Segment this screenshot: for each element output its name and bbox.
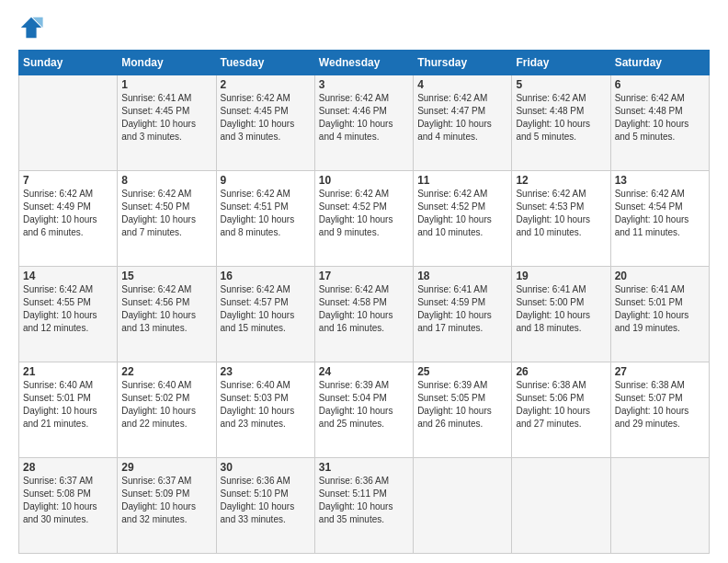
day-info: Sunrise: 6:42 AMSunset: 4:54 PMDaylight:… <box>615 188 705 239</box>
logo <box>18 15 48 40</box>
daylight-label: Daylight: 10 hours and 35 minutes. <box>319 501 393 524</box>
daylight-label: Daylight: 10 hours and 13 minutes. <box>121 310 196 333</box>
day-number: 4 <box>417 78 507 91</box>
day-info: Sunrise: 6:37 AMSunset: 5:08 PMDaylight:… <box>23 475 113 526</box>
week-row-3: 14Sunrise: 6:42 AMSunset: 4:55 PMDayligh… <box>19 267 710 362</box>
day-info: Sunrise: 6:36 AMSunset: 5:10 PMDaylight:… <box>221 475 311 526</box>
day-cell-28: 28Sunrise: 6:37 AMSunset: 5:08 PMDayligh… <box>19 458 118 554</box>
calendar-body: 1Sunrise: 6:41 AMSunset: 4:45 PMDaylight… <box>19 75 710 554</box>
sunset-label: Sunset: 5:02 PM <box>121 393 189 403</box>
day-cell-30: 30Sunrise: 6:36 AMSunset: 5:10 PMDayligh… <box>216 458 314 554</box>
sunset-label: Sunset: 5:04 PM <box>319 393 387 403</box>
sunrise-label: Sunrise: 6:40 AM <box>23 380 93 390</box>
sunset-label: Sunset: 4:52 PM <box>319 201 387 212</box>
daylight-label: Daylight: 10 hours and 18 minutes. <box>516 310 590 333</box>
sunrise-label: Sunrise: 6:41 AM <box>516 284 586 294</box>
sunset-label: Sunset: 5:01 PM <box>615 297 683 307</box>
day-number: 18 <box>417 270 507 282</box>
day-cell-17: 17Sunrise: 6:42 AMSunset: 4:58 PMDayligh… <box>314 267 413 362</box>
sunset-label: Sunset: 4:59 PM <box>417 297 485 307</box>
day-number: 6 <box>615 78 705 91</box>
day-cell-16: 16Sunrise: 6:42 AMSunset: 4:57 PMDayligh… <box>216 267 314 362</box>
sunset-label: Sunset: 4:49 PM <box>23 201 91 212</box>
header <box>18 15 710 40</box>
daylight-label: Daylight: 10 hours and 23 minutes. <box>221 406 295 429</box>
sunrise-label: Sunrise: 6:37 AM <box>121 476 191 486</box>
day-info: Sunrise: 6:42 AMSunset: 4:56 PMDaylight:… <box>121 283 211 335</box>
weekday-header-tuesday: Tuesday <box>216 51 314 75</box>
daylight-label: Daylight: 10 hours and 6 minutes. <box>23 214 97 237</box>
sunset-label: Sunset: 5:00 PM <box>516 297 584 307</box>
sunrise-label: Sunrise: 6:36 AM <box>221 476 290 486</box>
sunrise-label: Sunrise: 6:42 AM <box>23 189 93 199</box>
daylight-label: Daylight: 10 hours and 22 minutes. <box>121 406 196 429</box>
day-number: 1 <box>121 78 211 91</box>
daylight-label: Daylight: 10 hours and 25 minutes. <box>319 406 393 429</box>
day-cell-12: 12Sunrise: 6:42 AMSunset: 4:53 PMDayligh… <box>512 171 610 267</box>
daylight-label: Daylight: 10 hours and 4 minutes. <box>319 119 393 142</box>
day-info: Sunrise: 6:42 AMSunset: 4:53 PMDaylight:… <box>516 188 606 239</box>
day-info: Sunrise: 6:42 AMSunset: 4:52 PMDaylight:… <box>319 188 409 239</box>
day-number: 3 <box>319 78 409 91</box>
day-cell-9: 9Sunrise: 6:42 AMSunset: 4:51 PMDaylight… <box>216 171 314 267</box>
daylight-label: Daylight: 10 hours and 12 minutes. <box>23 310 97 333</box>
day-cell-24: 24Sunrise: 6:39 AMSunset: 5:04 PMDayligh… <box>314 362 413 458</box>
day-info: Sunrise: 6:42 AMSunset: 4:47 PMDaylight:… <box>417 92 507 144</box>
sunrise-label: Sunrise: 6:42 AM <box>221 93 290 103</box>
day-info: Sunrise: 6:42 AMSunset: 4:52 PMDaylight:… <box>417 188 507 239</box>
day-cell-18: 18Sunrise: 6:41 AMSunset: 4:59 PMDayligh… <box>414 267 512 362</box>
day-info: Sunrise: 6:41 AMSunset: 5:01 PMDaylight:… <box>615 283 705 335</box>
sunset-label: Sunset: 4:56 PM <box>121 297 189 307</box>
day-number: 30 <box>221 461 311 474</box>
day-info: Sunrise: 6:42 AMSunset: 4:49 PMDaylight:… <box>23 188 113 239</box>
day-number: 5 <box>516 78 606 91</box>
day-cell-23: 23Sunrise: 6:40 AMSunset: 5:03 PMDayligh… <box>216 362 314 458</box>
day-cell-21: 21Sunrise: 6:40 AMSunset: 5:01 PMDayligh… <box>19 362 118 458</box>
day-number: 8 <box>121 174 211 187</box>
day-cell-10: 10Sunrise: 6:42 AMSunset: 4:52 PMDayligh… <box>314 171 413 267</box>
day-info: Sunrise: 6:40 AMSunset: 5:01 PMDaylight:… <box>23 379 113 431</box>
day-cell-29: 29Sunrise: 6:37 AMSunset: 5:09 PMDayligh… <box>118 458 216 554</box>
day-cell-1: 1Sunrise: 6:41 AMSunset: 4:45 PMDaylight… <box>118 75 216 171</box>
day-cell-20: 20Sunrise: 6:41 AMSunset: 5:01 PMDayligh… <box>610 267 709 362</box>
sunrise-label: Sunrise: 6:37 AM <box>23 476 93 486</box>
daylight-label: Daylight: 10 hours and 32 minutes. <box>121 501 196 524</box>
day-number: 26 <box>516 365 606 378</box>
empty-cell <box>414 458 512 554</box>
day-info: Sunrise: 6:42 AMSunset: 4:58 PMDaylight:… <box>319 283 409 335</box>
sunrise-label: Sunrise: 6:39 AM <box>417 380 487 390</box>
day-cell-6: 6Sunrise: 6:42 AMSunset: 4:48 PMDaylight… <box>610 75 709 171</box>
day-info: Sunrise: 6:38 AMSunset: 5:06 PMDaylight:… <box>516 379 606 431</box>
day-info: Sunrise: 6:42 AMSunset: 4:45 PMDaylight:… <box>221 92 311 144</box>
sunset-label: Sunset: 4:58 PM <box>319 297 387 307</box>
daylight-label: Daylight: 10 hours and 7 minutes. <box>121 214 196 237</box>
day-cell-7: 7Sunrise: 6:42 AMSunset: 4:49 PMDaylight… <box>19 171 118 267</box>
sunset-label: Sunset: 4:45 PM <box>121 106 189 116</box>
header-row: SundayMondayTuesdayWednesdayThursdayFrid… <box>19 51 710 75</box>
empty-cell <box>610 458 709 554</box>
day-cell-22: 22Sunrise: 6:40 AMSunset: 5:02 PMDayligh… <box>118 362 216 458</box>
day-cell-19: 19Sunrise: 6:41 AMSunset: 5:00 PMDayligh… <box>512 267 610 362</box>
day-cell-4: 4Sunrise: 6:42 AMSunset: 4:47 PMDaylight… <box>414 75 512 171</box>
day-cell-15: 15Sunrise: 6:42 AMSunset: 4:56 PMDayligh… <box>118 267 216 362</box>
sunset-label: Sunset: 4:55 PM <box>23 297 91 307</box>
weekday-header-thursday: Thursday <box>414 51 512 75</box>
day-info: Sunrise: 6:41 AMSunset: 4:45 PMDaylight:… <box>121 92 211 144</box>
sunrise-label: Sunrise: 6:42 AM <box>121 189 191 199</box>
sunset-label: Sunset: 5:08 PM <box>23 488 91 499</box>
daylight-label: Daylight: 10 hours and 26 minutes. <box>417 406 492 429</box>
sunrise-label: Sunrise: 6:41 AM <box>121 93 191 103</box>
day-info: Sunrise: 6:42 AMSunset: 4:46 PMDaylight:… <box>319 92 409 144</box>
daylight-label: Daylight: 10 hours and 16 minutes. <box>319 310 393 333</box>
day-info: Sunrise: 6:42 AMSunset: 4:48 PMDaylight:… <box>516 92 606 144</box>
daylight-label: Daylight: 10 hours and 3 minutes. <box>121 119 196 142</box>
day-info: Sunrise: 6:39 AMSunset: 5:05 PMDaylight:… <box>417 379 507 431</box>
daylight-label: Daylight: 10 hours and 5 minutes. <box>615 119 689 142</box>
daylight-label: Daylight: 10 hours and 10 minutes. <box>516 214 590 237</box>
day-number: 13 <box>615 174 705 187</box>
daylight-label: Daylight: 10 hours and 33 minutes. <box>221 501 295 524</box>
day-number: 15 <box>121 270 211 282</box>
daylight-label: Daylight: 10 hours and 27 minutes. <box>516 406 590 429</box>
sunrise-label: Sunrise: 6:42 AM <box>516 93 586 103</box>
day-number: 16 <box>221 270 311 282</box>
